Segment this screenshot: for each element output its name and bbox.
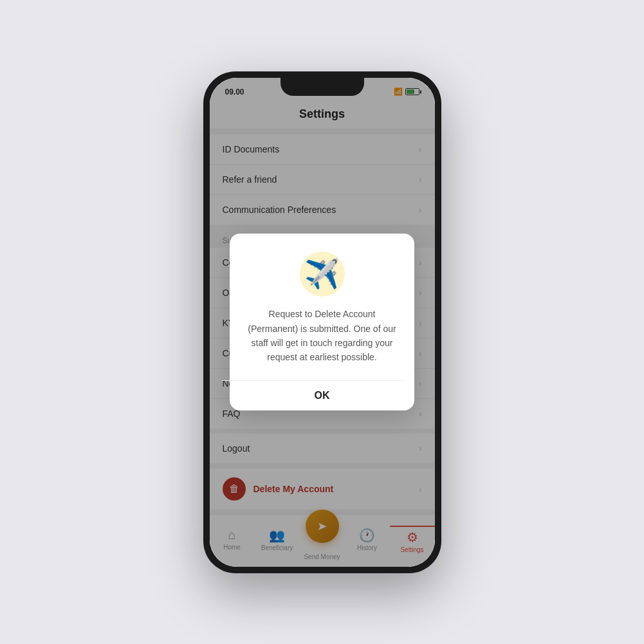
phone-notch xyxy=(281,78,364,96)
modal-message: Request to Delete Account (Permanent) is… xyxy=(245,307,399,365)
modal-ok-button[interactable]: OK xyxy=(245,381,399,410)
modal-overlay: ✈️ Request to Delete Account (Permanent)… xyxy=(210,78,435,567)
phone-screen: 09.00 📶 Settings ID Documents › Refer xyxy=(210,78,435,567)
modal-icon: ✈️ xyxy=(300,252,345,297)
phone-device: 09.00 📶 Settings ID Documents › Refer xyxy=(203,71,441,573)
delete-confirmation-modal: ✈️ Request to Delete Account (Permanent)… xyxy=(230,234,414,410)
